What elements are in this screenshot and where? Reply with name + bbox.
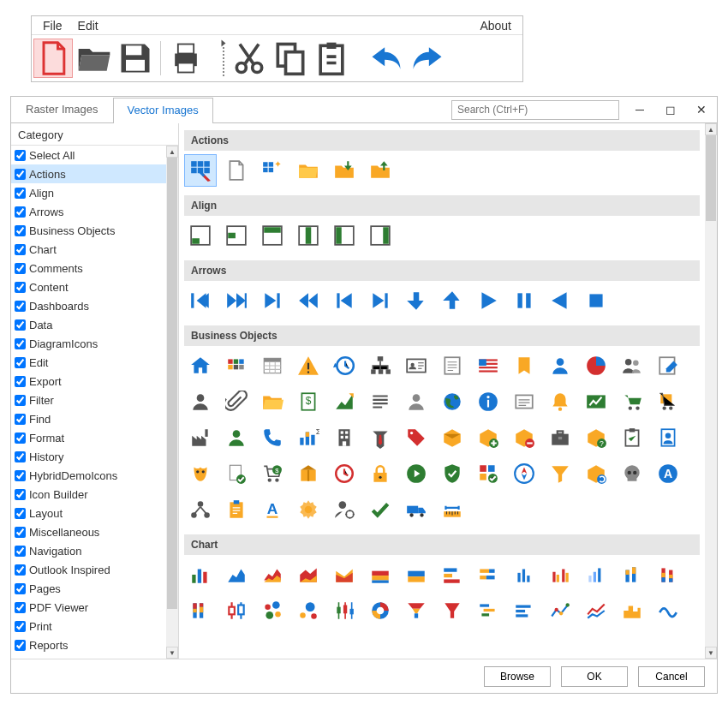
users-group-icon[interactable]	[616, 349, 648, 382]
hbar2-icon[interactable]	[472, 558, 504, 591]
category-item[interactable]: Miscellaneous	[11, 522, 166, 541]
category-checkbox[interactable]	[15, 169, 26, 180]
checkout-icon[interactable]	[652, 385, 684, 418]
document-rows-icon[interactable]	[436, 349, 468, 382]
funnel-red-icon[interactable]	[400, 594, 433, 627]
category-checkbox[interactable]	[15, 640, 26, 651]
ruler-icon[interactable]	[436, 493, 468, 526]
folder-upload-icon[interactable]	[364, 154, 397, 187]
box-sync-icon[interactable]	[580, 457, 612, 490]
id-card-icon[interactable]	[400, 349, 433, 382]
fast-forward-icon[interactable]	[220, 284, 253, 317]
area-chart-icon[interactable]	[220, 558, 253, 591]
category-item[interactable]: Format	[11, 428, 166, 447]
category-scrollbar[interactable]: ▲ ▼	[166, 146, 178, 659]
cut-button[interactable]	[230, 39, 269, 78]
gear-icon[interactable]	[292, 493, 325, 526]
category-item[interactable]: Edit	[11, 353, 166, 372]
category-item[interactable]: Navigation	[11, 541, 166, 560]
a-circle-icon[interactable]: A	[652, 457, 684, 490]
clock-icon[interactable]	[328, 457, 361, 490]
category-item[interactable]: Comments	[11, 259, 166, 277]
category-item[interactable]: PDF Viewer	[11, 598, 166, 617]
funnel-icon[interactable]	[544, 457, 576, 490]
gantt-icon[interactable]	[472, 594, 504, 627]
category-checkbox[interactable]	[15, 206, 26, 218]
category-item[interactable]: Print	[11, 617, 166, 635]
category-checkbox[interactable]	[15, 602, 26, 613]
folder-download-icon[interactable]	[328, 154, 361, 187]
category-item[interactable]: HybridDemoIcons	[11, 466, 166, 485]
pie-chart-icon[interactable]	[580, 349, 612, 382]
bookmark-icon[interactable]	[508, 349, 540, 382]
menu-about[interactable]: About	[472, 19, 519, 33]
gallery-scrollbar[interactable]: ▲ ▼	[705, 123, 717, 659]
align-top-icon[interactable]	[256, 219, 289, 252]
box-help-icon[interactable]: ?	[580, 421, 612, 454]
category-checkbox[interactable]	[15, 564, 26, 576]
category-list[interactable]: Select AllActionsAlignArrowsBusiness Obj…	[11, 146, 166, 659]
step-area-icon[interactable]	[616, 594, 648, 627]
category-item[interactable]: Export	[11, 372, 166, 391]
category-checkbox[interactable]	[15, 470, 26, 481]
letter-a-icon[interactable]: A	[256, 493, 289, 526]
arrow-up-icon[interactable]	[436, 284, 468, 317]
category-checkbox[interactable]	[15, 301, 26, 312]
mask-icon[interactable]	[184, 457, 217, 490]
category-item[interactable]: Content	[11, 277, 166, 296]
category-checkbox[interactable]	[15, 527, 26, 538]
area-band-icon[interactable]	[364, 558, 397, 591]
box-add-icon[interactable]	[472, 421, 504, 454]
info-circle-icon[interactable]	[472, 385, 504, 418]
area-stack2-icon[interactable]	[292, 558, 325, 591]
multi-line-icon[interactable]	[580, 594, 612, 627]
category-checkbox[interactable]	[15, 621, 26, 632]
factory-icon[interactable]	[184, 421, 217, 454]
vbar-3seg-icon[interactable]	[652, 558, 684, 591]
vbar-split-icon[interactable]	[616, 558, 648, 591]
category-checkbox[interactable]	[15, 508, 26, 519]
rewind-icon[interactable]	[292, 284, 325, 317]
tab-vector-images[interactable]: Vector Images	[113, 98, 213, 123]
category-checkbox[interactable]	[15, 546, 26, 557]
category-item[interactable]: Layout	[11, 504, 166, 522]
donut-icon[interactable]	[364, 594, 397, 627]
area-stack1-icon[interactable]	[256, 558, 289, 591]
building-icon[interactable]	[328, 421, 361, 454]
open-folder-icon[interactable]	[256, 385, 289, 418]
menu-edit[interactable]: Edit	[70, 19, 106, 33]
play-left-icon[interactable]	[544, 284, 576, 317]
folder-icon[interactable]	[292, 154, 325, 187]
trend-badge-icon[interactable]	[580, 385, 612, 418]
category-checkbox[interactable]	[15, 263, 26, 274]
prev-bar-icon[interactable]	[328, 284, 361, 317]
history-icon[interactable]	[328, 349, 361, 382]
category-checkbox[interactable]	[15, 451, 26, 462]
doc-ok-icon[interactable]	[220, 457, 253, 490]
paste-button[interactable]	[312, 39, 351, 78]
new-file-icon[interactable]	[220, 154, 253, 187]
wave-icon[interactable]	[652, 594, 684, 627]
toolbar-overflow-handle[interactable]	[219, 39, 228, 78]
cart-money-icon[interactable]: $	[256, 457, 289, 490]
next-bar-icon[interactable]	[256, 284, 289, 317]
area-ry-icon[interactable]	[328, 558, 361, 591]
tab-raster-images[interactable]: Raster Images	[11, 97, 113, 122]
candlestick-icon[interactable]	[328, 594, 361, 627]
vbar-small-icon[interactable]	[508, 558, 540, 591]
org-chart-icon[interactable]	[364, 349, 397, 382]
hbar1-icon[interactable]	[436, 558, 468, 591]
category-item[interactable]: Actions	[11, 164, 166, 183]
align-right-v-icon[interactable]	[364, 219, 397, 252]
skip-first-icon[interactable]	[184, 284, 217, 317]
category-item[interactable]: Find	[11, 409, 166, 428]
check-icon[interactable]	[364, 493, 397, 526]
menu-file[interactable]: File	[35, 19, 70, 33]
category-checkbox[interactable]	[15, 376, 26, 387]
home-icon[interactable]	[184, 349, 217, 382]
close-button[interactable]: ✕	[686, 97, 717, 122]
category-checkbox[interactable]	[15, 225, 26, 236]
id-badge-icon[interactable]	[652, 421, 684, 454]
category-item[interactable]: Arrows	[11, 202, 166, 221]
tie-icon[interactable]	[364, 421, 397, 454]
